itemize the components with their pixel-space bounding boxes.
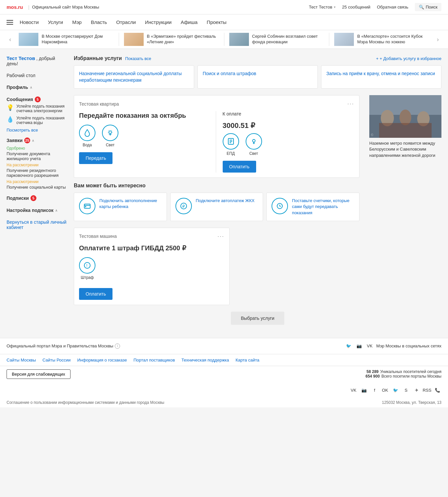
sidebar-profile-title[interactable]: Профиль ∧ [7,83,67,92]
epd-utility-icon [223,133,239,150]
epd-label: ЕПД [223,151,239,156]
sidebar-applications-section: Заявки 25 ∧ Одобрено Получение документа… [7,136,67,190]
ticker-prev-arrow[interactable]: ‹ [7,36,14,43]
nav-power[interactable]: Власть [91,19,107,25]
ticker-next-arrow[interactable]: › [434,36,441,43]
fine-icon: ! [79,257,95,274]
content-area: Избранные услуги Показать все + + Добави… [74,55,441,331]
sidebar-notification-1[interactable]: 💡 Успейте подать показания счетчика элек… [7,104,67,113]
telegram-icon-bottom[interactable]: ✈ [413,386,420,394]
car-more-button[interactable]: ··· [217,233,224,240]
news-side-title[interactable]: Наземное метро появится между Белорусски… [369,140,441,158]
accessibility-button[interactable]: Версия для слабовидящих [7,369,71,379]
footer-social-top: 🐦 📷 VK Мэр Москвы в социальных сетях [345,342,441,350]
service-card-2[interactable]: Поиск и оплата штрафов [197,65,318,89]
light-utility-icon-left [102,125,118,141]
nav-poster[interactable]: Афиша [181,19,197,25]
pay-button-car[interactable]: Оплатить [79,288,112,300]
stat2-num: 654 900 [365,374,379,379]
instagram-icon-bottom[interactable]: 📷 [360,386,368,394]
sidebar-old-cabinet-link[interactable]: Вернуться в старый личный кабинет [7,218,67,232]
interesting-card-1[interactable]: Подключить автопополнение карты ребенка [74,193,167,221]
nav-instructions[interactable]: Инструкции [145,19,172,25]
news-item-1[interactable]: В Москве отреставрируют Дом Наркомфина [14,33,119,46]
service-card-3[interactable]: Запись на приём к врачу, отмена и перено… [321,65,441,89]
interesting-card-3[interactable]: Поставьте счетчики, которые сами будут п… [266,193,359,221]
twitter-icon-top[interactable]: 🐦 [345,342,353,350]
news-item-3[interactable]: Сергей Собянин возглавил совет фонда рен… [224,33,330,46]
meter-icon [272,198,288,214]
search-button[interactable]: 🔍 Поиск [415,3,441,11]
apartment-more-button[interactable]: ··· [347,100,354,107]
apartment-right: К оплате 3000.51 ₽ ЕПД [216,111,355,173]
sidebar-applications-title[interactable]: Заявки 25 ∧ [7,136,67,145]
sidebar-desktop-section: Рабочий стол [7,71,67,80]
footer-link-5[interactable]: Техническая поддержка [181,358,229,362]
pay-button-apartment[interactable]: Оплатить [223,161,256,173]
messages-link[interactable]: 25 сообщений [342,5,370,10]
footer-top: Официальный портал Мэра и Правительства … [0,338,448,354]
facebook-icon-bottom[interactable]: f [371,386,378,394]
sidebar-desktop-link[interactable]: Рабочий стол [7,71,67,80]
submit-readings-button[interactable]: Передать [79,152,112,164]
messages-badge: 5 [35,96,41,102]
footer-link-1[interactable]: Сайты Москвы [7,358,36,362]
add-service-link[interactable]: + + Добавить услугу в избранное [376,56,441,61]
news-text-3: Сергей Собянин возглавил совет фонда рен… [252,34,324,45]
footer-link-4[interactable]: Портал поставщиков [133,358,175,362]
sidebar-settings-title[interactable]: Настройка подписок ∧ [7,206,67,215]
search-icon: 🔍 [419,5,424,10]
apartment-left-heading: Передайте показания за октябрь [79,111,211,120]
nav-news[interactable]: Новости [20,19,39,25]
user-menu[interactable]: Тест Тестов ▾ [309,5,336,10]
footer: Официальный портал Мэра и Правительства … [0,338,448,407]
settings-label: Настройка подписок [7,208,53,213]
status-review-1: На рассмотрении [7,163,67,167]
phone-icon-bottom[interactable]: 📞 [434,386,441,394]
show-all-link[interactable]: Показать все [125,56,151,61]
news-side-img[interactable]: © [369,95,441,138]
app2-label[interactable]: Получение резидентного парковочного разр… [7,167,67,178]
vk-icon-bottom[interactable]: VK [350,386,357,394]
nav-mayor[interactable]: Мэр [72,19,82,25]
news-text-4: В «Мегаспорте» состоится Кубок Мэра Моск… [357,34,429,45]
instagram-icon-top[interactable]: 📷 [355,342,363,350]
rss-icon-bottom[interactable]: RSS [423,386,431,394]
interesting-card-2[interactable]: ₽ Подключите автоплатеж ЖКХ [170,193,263,221]
svg-text:!: ! [86,263,88,268]
logo[interactable]: mos.ru [7,4,23,10]
footer-link-3[interactable]: Информация о госзаказе [77,358,127,362]
twitter-icon-bottom[interactable]: 🐦 [392,386,399,394]
nav-industries[interactable]: Отрасли [116,19,136,25]
sidebar-greeting-name[interactable]: Тест Тестов [7,55,35,61]
sidebar-notification-2[interactable]: 💧 Успейте подать показания счетчика воды [7,116,67,125]
news-item-4[interactable]: В «Мегаспорте» состоится Кубок Мэра Моск… [329,33,434,46]
amount-due: 3000.51 ₽ [223,121,355,130]
footer-link-2[interactable]: Сайты России [43,358,71,362]
vk-icon-top[interactable]: VK [366,342,374,350]
sidebar-messages-title[interactable]: Сообщения 5 [7,95,67,104]
feedback-link[interactable]: Обратная связь [377,5,408,10]
nav-projects[interactable]: Проекты [207,19,226,25]
car-widget-header: Тестовая машина ··· [79,233,224,240]
footer-link-6[interactable]: Карта сайта [235,358,259,362]
sidebar-view-all[interactable]: Посмотреть все [7,128,67,133]
app3-label[interactable]: Получение социальной карты [7,184,67,190]
select-services-button[interactable]: Выбрать услуги [231,312,284,325]
info-icon[interactable]: i [115,343,120,349]
nav-services[interactable]: Услуги [48,19,63,25]
hamburger-button[interactable] [7,20,13,25]
stat1-text: Уникальных посетителей сегодня [380,369,441,374]
sidebar-subscriptions-title[interactable]: Подписки 5 [7,194,67,203]
electricity-icon: 💡 [7,104,14,111]
copyright-text[interactable]: Соглашение о пользовании информационными… [7,400,164,405]
stat1-num: 58 289 [367,369,379,374]
service-card-1[interactable]: Назначение региональной социальной допла… [74,65,194,89]
interesting-text-1: Подключить автопополнение карты ребенка [99,198,162,210]
app1-label[interactable]: Получение документа жилищного учета [7,151,67,162]
ok-icon-bottom[interactable]: OK [381,386,389,394]
fine-utility: ! Штраф [79,257,95,280]
site-name: Официальный сайт Мэра Москвы [32,5,99,10]
skype-icon-bottom[interactable]: S [402,386,410,394]
news-item-2[interactable]: В «Эрмитаже» пройдет фестиваль «Летние д… [119,33,224,46]
